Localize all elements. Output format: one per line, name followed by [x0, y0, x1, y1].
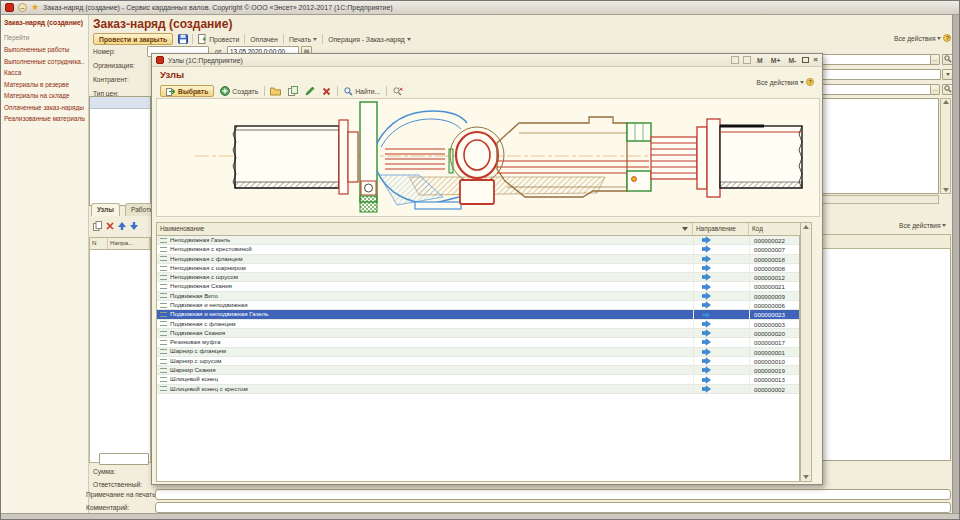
edit-item-button[interactable]	[303, 85, 316, 98]
window-doc2-icon[interactable]	[743, 56, 751, 64]
col-code[interactable]: Код	[749, 223, 797, 235]
col-n: N	[90, 238, 108, 249]
node-row[interactable]: Неподвижная с шрусом000000012	[157, 273, 799, 282]
catalog-item-icon	[160, 386, 167, 391]
right-all-actions-button[interactable]: Все действия	[899, 222, 946, 229]
post-button[interactable]: Провести	[196, 33, 241, 45]
scroll-up-icon[interactable]	[943, 100, 949, 104]
node-row[interactable]: Шарнир Скания000000019	[157, 366, 799, 375]
node-row[interactable]: Неподвижная Газель000000022	[157, 236, 799, 245]
catalog-item-icon	[160, 359, 167, 364]
sidebar-item[interactable]: Материалы в резерве	[4, 81, 85, 88]
sidebar-item[interactable]: Оплаченные заказ-наряды	[4, 104, 85, 111]
catalog-item-icon	[160, 247, 167, 252]
direction-icon	[702, 283, 711, 291]
direction-icon	[702, 264, 711, 272]
node-row[interactable]: Подвижная и неподвижная Газель000000023	[157, 310, 799, 319]
nodes-table-scrollbar[interactable]	[800, 222, 812, 482]
right-vscrollbar[interactable]	[940, 98, 951, 194]
sidebar-item[interactable]: Выполненные сотрудника...	[4, 58, 85, 65]
move-up-icon[interactable]	[118, 222, 126, 230]
operation-menu-button[interactable]: Операция - Заказ-наряд	[326, 35, 413, 44]
node-row[interactable]: Резиновая муфта000000017	[157, 338, 799, 347]
number-label: Номер:	[93, 48, 115, 55]
node-row[interactable]: Подвижная и неподвижная000000006	[157, 301, 799, 310]
ellipsis-button[interactable]: ...	[930, 84, 940, 95]
modal-all-actions-button[interactable]: Все действия ?	[757, 78, 814, 86]
sidebar-item[interactable]: Выполненные работы	[4, 46, 85, 53]
col-direction[interactable]: Направление	[693, 223, 749, 235]
create-button[interactable]: Создать	[218, 85, 260, 97]
separator	[337, 86, 338, 96]
print-menu-button[interactable]: Печать	[287, 35, 319, 44]
minimize-icon[interactable]: –	[18, 3, 27, 12]
scale-m-minus-button[interactable]: М-	[786, 57, 798, 64]
direction-icon	[702, 255, 711, 263]
post-and-close-button[interactable]: Провести и закрыть	[93, 33, 173, 45]
scale-m-plus-button[interactable]: М+	[769, 57, 783, 64]
copy-item-button[interactable]	[286, 85, 299, 98]
catalog-item-icon	[160, 284, 167, 289]
chevron-down-icon	[800, 81, 804, 84]
node-row[interactable]: Подвижная Вито000000009	[157, 292, 799, 301]
clear-find-button[interactable]	[391, 85, 404, 98]
organization-label: Организация:	[93, 62, 135, 69]
window-right-edge	[952, 15, 959, 513]
favorites-star-icon[interactable]: ★	[31, 3, 39, 12]
sum-value-box[interactable]	[99, 453, 149, 465]
modal-help-icon[interactable]: ?	[806, 78, 814, 86]
col-name[interactable]: Наименование	[157, 223, 693, 235]
add-copy-icon[interactable]	[93, 221, 102, 231]
find-button[interactable]: Найти...	[342, 86, 382, 97]
node-row[interactable]: Шарнир с фланцем000000001	[157, 348, 799, 357]
delete-x-icon	[322, 87, 331, 96]
window-doc-icon[interactable]	[731, 56, 739, 64]
tab-nodes[interactable]: Узлы	[91, 203, 120, 216]
create-group-button[interactable]	[269, 85, 282, 98]
scale-m-button[interactable]: М	[755, 57, 765, 64]
close-icon[interactable]: ×	[813, 56, 818, 64]
node-row[interactable]: Неподвижная Скания000000021	[157, 282, 799, 291]
save-icon[interactable]	[176, 33, 189, 46]
folder-icon	[270, 87, 281, 96]
comment-input[interactable]	[155, 502, 951, 513]
sidebar-item[interactable]: Материалы на складе	[4, 92, 85, 99]
restore-icon[interactable]	[802, 57, 809, 63]
chevron-down-icon	[942, 224, 946, 227]
direction-icon	[702, 348, 711, 356]
scroll-down-icon[interactable]	[943, 188, 949, 192]
main-all-actions-button[interactable]: Все действия ?	[894, 34, 951, 42]
app-icon	[5, 3, 14, 12]
nodes-grid-body[interactable]	[89, 250, 151, 463]
node-row[interactable]: Неподвижная с шарниром000000008	[157, 264, 799, 273]
node-row[interactable]: Шлицевой конец000000013	[157, 375, 799, 384]
catalog-item-icon	[160, 266, 167, 271]
help-icon[interactable]: ?	[943, 34, 951, 42]
sidebar-item[interactable]: Реализованные материалы	[4, 115, 85, 122]
move-down-icon[interactable]	[130, 222, 138, 230]
node-row[interactable]: Неподвижная с фланцем000000018	[157, 255, 799, 264]
ellipsis-button[interactable]: ...	[930, 54, 940, 65]
sidebar-section-goto: Перейти	[4, 34, 85, 41]
price-type-listbox[interactable]	[89, 96, 151, 206]
scroll-down-icon[interactable]	[803, 475, 809, 479]
direction-icon	[702, 338, 711, 346]
node-row[interactable]: Подвижная Скания000000020	[157, 329, 799, 338]
delete-item-button[interactable]	[320, 85, 333, 98]
sidebar-item[interactable]: Касса	[4, 69, 85, 76]
delete-row-icon[interactable]	[106, 222, 114, 230]
sort-desc-icon	[682, 227, 688, 231]
scroll-up-icon[interactable]	[803, 225, 809, 229]
node-row[interactable]: Подвижная с фланцем000000003	[157, 320, 799, 329]
select-button[interactable]: Выбрать	[160, 85, 214, 97]
catalog-item-icon	[160, 368, 167, 373]
direction-icon	[702, 376, 711, 384]
node-row[interactable]: Шарнир с шрусом000000010	[157, 357, 799, 366]
node-row[interactable]: Неподвижная с крестовиной000000007	[157, 245, 799, 254]
node-row[interactable]: Шлицевой конец с крестом000000002	[157, 385, 799, 394]
paid-button[interactable]: Оплачен	[248, 35, 280, 44]
modal-toolbar: Выбрать Создать Найти...	[160, 84, 404, 98]
direction-icon	[702, 329, 711, 337]
print-note-input[interactable]	[155, 489, 951, 500]
sum-label: Сумма:	[93, 468, 116, 475]
